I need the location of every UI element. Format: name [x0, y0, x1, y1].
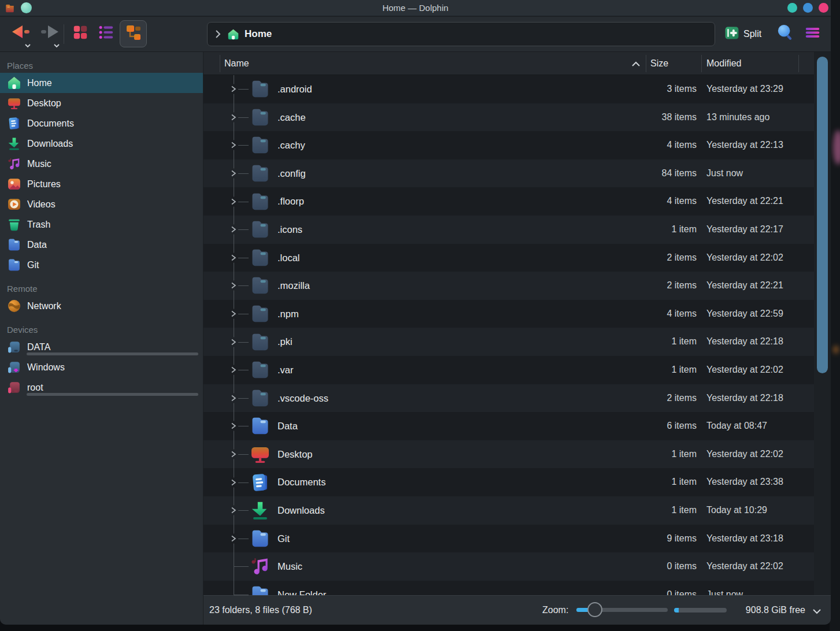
file-modified: Just now: [706, 159, 743, 188]
scrollbar-track[interactable]: [814, 52, 831, 595]
file-row[interactable]: .mozilla 2 items Yesterday at 22:21: [203, 272, 814, 300]
file-row[interactable]: New Folder 0 items Just now: [203, 581, 814, 595]
file-name: Music: [277, 552, 302, 581]
file-row[interactable]: .cache 38 items 13 minutes ago: [203, 103, 814, 132]
file-name: .local: [277, 244, 300, 272]
expander-chevron-icon[interactable]: [230, 84, 238, 94]
sidebar-item-downloads[interactable]: Downloads: [0, 133, 203, 154]
sidebar-section-header[interactable]: Remote: [0, 281, 203, 296]
close-button[interactable]: [819, 3, 828, 13]
file-row[interactable]: Music 0 items Yesterday at 22:02: [203, 552, 814, 581]
sidebar-item-music[interactable]: Music: [0, 154, 203, 174]
tree-connector-line: [234, 595, 249, 595]
titlebar[interactable]: Home — Dolphin: [0, 0, 831, 16]
file-row[interactable]: .pki 1 item Yesterday at 22:18: [203, 328, 814, 356]
breadcrumb-segment-home[interactable]: Home: [227, 28, 272, 40]
sidebar-item-label: Git: [27, 260, 39, 270]
column-header-size[interactable]: Size: [650, 52, 668, 75]
network-icon: [7, 299, 21, 313]
file-name: Git: [277, 525, 290, 553]
expander-chevron-icon[interactable]: [230, 281, 238, 291]
hamburger-menu-button[interactable]: [804, 25, 821, 42]
file-row[interactable]: Desktop 1 item Yesterday at 22:02: [203, 440, 814, 469]
column-separator[interactable]: [798, 55, 799, 72]
file-row[interactable]: .config 84 items Just now: [203, 159, 814, 188]
file-modified: Yesterday at 22:17: [706, 216, 783, 244]
folder-hidden-icon: [250, 163, 271, 184]
sidebar-item-data[interactable]: Data: [0, 235, 203, 255]
file-row[interactable]: .floorp 4 items Yesterday at 22:21: [203, 187, 814, 216]
background-blob: [833, 346, 839, 354]
sidebar-item-data[interactable]: DATA: [0, 337, 203, 357]
split-button[interactable]: Split: [724, 25, 761, 43]
expander-chevron-icon[interactable]: [230, 365, 238, 375]
back-button[interactable]: [10, 23, 31, 43]
scrollbar-thumb[interactable]: [817, 57, 828, 373]
pictures-icon: [7, 177, 21, 191]
search-button[interactable]: [776, 25, 794, 42]
expander-chevron-icon[interactable]: [230, 196, 238, 206]
file-row[interactable]: .vscode-oss 2 items Yesterday at 22:18: [203, 384, 814, 413]
file-row[interactable]: .local 2 items Yesterday at 22:02: [203, 244, 814, 272]
file-row[interactable]: Downloads 1 item Today at 10:29: [203, 496, 814, 525]
zoom-slider[interactable]: [576, 608, 668, 612]
expander-chevron-icon[interactable]: [230, 309, 238, 319]
sidebar-item-trash[interactable]: Trash: [0, 214, 203, 235]
sidebar-section-header[interactable]: Places: [0, 58, 203, 73]
expander-chevron-icon[interactable]: [230, 533, 238, 543]
folder-hidden-icon: [250, 303, 271, 324]
downloads-icon: [250, 500, 271, 521]
file-row[interactable]: .cachy 4 items Yesterday at 22:13: [203, 131, 814, 159]
column-separator[interactable]: [701, 55, 702, 72]
music-icon: [7, 157, 21, 171]
sidebar-item-git[interactable]: Git: [0, 255, 203, 275]
minimize-button[interactable]: [787, 3, 797, 13]
file-row[interactable]: Documents 1 item Yesterday at 23:38: [203, 468, 814, 496]
file-size: 1 item: [671, 328, 697, 356]
sidebar-section-header[interactable]: Devices: [0, 322, 203, 337]
tree-view-button[interactable]: [120, 20, 147, 47]
file-row[interactable]: Git 9 items Yesterday at 23:18: [203, 525, 814, 553]
file-row[interactable]: .var 1 item Yesterday at 22:02: [203, 356, 814, 384]
sidebar-item-videos[interactable]: Videos: [0, 194, 203, 214]
zoom-slider-handle[interactable]: [587, 602, 602, 617]
sidebar-item-pictures[interactable]: Pictures: [0, 174, 203, 194]
folder-hidden-icon: [250, 275, 271, 296]
expander-chevron-icon[interactable]: [230, 477, 238, 487]
trash-icon: [7, 217, 21, 232]
file-name: .npm: [277, 300, 299, 328]
expander-chevron-icon[interactable]: [230, 421, 238, 431]
expander-chevron-icon[interactable]: [230, 112, 238, 122]
file-row[interactable]: .android 3 items Yesterday at 23:29: [203, 75, 814, 103]
expander-chevron-icon[interactable]: [230, 450, 238, 459]
icons-view-button[interactable]: [72, 25, 89, 42]
forward-button[interactable]: [39, 23, 60, 43]
expander-chevron-icon[interactable]: [230, 140, 238, 150]
sidebar-sections: Places Home Desktop Documents Downloads …: [0, 58, 203, 398]
sidebar-item-root[interactable]: root: [0, 377, 203, 398]
sidebar-item-home[interactable]: Home: [0, 73, 203, 93]
file-modified: Yesterday at 22:21: [706, 187, 783, 216]
sidebar-item-documents[interactable]: Documents: [0, 113, 203, 133]
expander-chevron-icon[interactable]: [230, 393, 238, 403]
sidebar-item-desktop[interactable]: Desktop: [0, 93, 203, 113]
location-bar[interactable]: Home: [207, 22, 715, 46]
expander-chevron-icon[interactable]: [230, 169, 238, 179]
details-view-button[interactable]: [98, 25, 115, 42]
sidebar-item-windows[interactable]: Windows: [0, 357, 203, 377]
free-space-chevron-icon[interactable]: [812, 607, 822, 614]
file-row[interactable]: Data 6 items Today at 08:47: [203, 412, 814, 440]
file-row[interactable]: .icons 1 item Yesterday at 22:17: [203, 216, 814, 244]
column-header-name[interactable]: Name: [224, 52, 249, 75]
column-header-modified[interactable]: Modified: [706, 52, 741, 75]
sidebar-item-network[interactable]: Network: [0, 296, 203, 316]
expander-chevron-icon[interactable]: [230, 225, 238, 235]
column-separator[interactable]: [646, 55, 646, 72]
expander-chevron-icon[interactable]: [230, 253, 238, 262]
expander-chevron-icon[interactable]: [230, 506, 238, 515]
expander-chevron-icon[interactable]: [230, 337, 238, 347]
desktop-icon: [250, 444, 271, 465]
file-row[interactable]: .npm 4 items Yesterday at 22:59: [203, 300, 814, 328]
file-size: 0 items: [667, 552, 697, 581]
maximize-button[interactable]: [803, 3, 813, 13]
